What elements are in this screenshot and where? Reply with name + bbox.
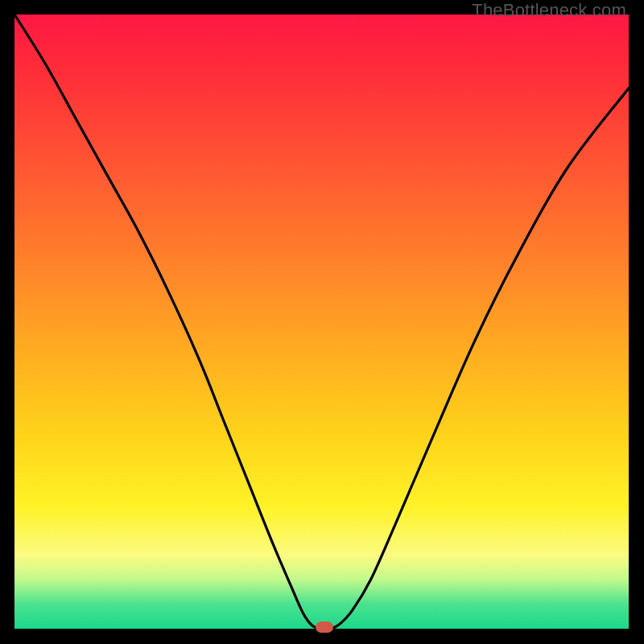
bottleneck-curve: [14, 14, 629, 629]
plot-area: [14, 14, 629, 629]
bottleneck-marker: [316, 621, 333, 633]
watermark-text: TheBottleneck.com: [472, 0, 626, 21]
chart-container: TheBottleneck.com: [0, 0, 644, 644]
